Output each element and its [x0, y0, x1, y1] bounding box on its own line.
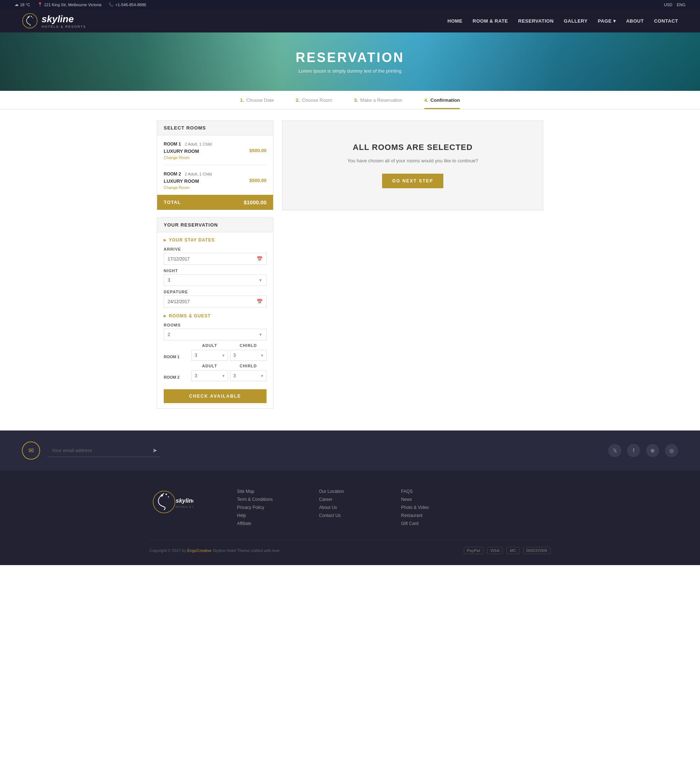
- facebook-icon[interactable]: f: [627, 444, 640, 457]
- language-selector[interactable]: ENG: [677, 3, 686, 7]
- change-room-1-link[interactable]: Change Room: [164, 155, 267, 160]
- arrive-calendar-icon[interactable]: 📅: [257, 256, 262, 261]
- top-bar-left: ☁ 18 °C 📍 121 King Str, Melbourne Victor…: [14, 2, 146, 7]
- room-item-2: ROOM 2 2 Adult, 1 Child LUXURY ROOM $500…: [164, 171, 267, 190]
- total-label: TOTAL: [164, 200, 181, 205]
- footer-link-photo-video[interactable]: Photo & Video: [401, 505, 469, 510]
- svg-text:skyline: skyline: [176, 498, 193, 504]
- step-1-label: Choose Date: [246, 97, 274, 103]
- rooms-select[interactable]: 1 2 3 4: [164, 329, 266, 340]
- room1-child-select-wrap: 0123 ▼: [230, 350, 267, 361]
- footer-link-privacy[interactable]: Privacy Policy: [237, 505, 305, 510]
- footer-link-career[interactable]: Career: [319, 497, 386, 502]
- child-col-header: CHIRLD: [230, 343, 267, 348]
- arrive-label: ARRIVE: [164, 247, 267, 251]
- select-rooms-content: ROOM 1 2 Adult, 1 Child LUXURY ROOM $500…: [157, 135, 273, 195]
- newsletter-left: ✉ ➤: [22, 442, 160, 460]
- change-room-2-link[interactable]: Change Room: [164, 185, 267, 190]
- footer-link-terms[interactable]: Term & Conditions: [237, 497, 305, 502]
- footer: skyline HOTELS & RESORTS Site Map Term &…: [0, 471, 700, 565]
- nav-home[interactable]: HOME: [447, 18, 462, 24]
- depature-calendar-icon[interactable]: 📅: [257, 299, 262, 304]
- svg-point-5: [161, 494, 163, 496]
- check-available-button[interactable]: CHECK AVAILABLE: [164, 389, 267, 403]
- weather-icon: ☁: [14, 2, 19, 7]
- step-choose-room[interactable]: 2. Choose Room: [296, 97, 332, 109]
- nav-room-rate[interactable]: ROOM & RATE: [472, 18, 508, 24]
- nav-gallery[interactable]: GALLERY: [564, 18, 588, 24]
- room-2-id: ROOM 2: [164, 171, 181, 177]
- discover-icon: DISCOVER: [523, 547, 550, 554]
- mastercard-icon: MC: [506, 547, 519, 554]
- room2-child-select[interactable]: 0123: [230, 371, 266, 381]
- top-bar-right: USD ENG: [664, 3, 686, 7]
- footer-logo-col: skyline HOTELS & RESORTS: [150, 489, 222, 529]
- rooms-label: ROOMS: [164, 323, 267, 327]
- adult-col-header: ADULT: [191, 343, 228, 348]
- currency-selector[interactable]: USD: [664, 3, 672, 7]
- rooms-guest-toggle[interactable]: ROOMS & GUEST: [164, 313, 267, 318]
- svg-point-3: [33, 17, 33, 18]
- footer-copyright: Copyright © 2017 by EngoCreative Skyline…: [150, 548, 280, 553]
- select-rooms-header: SELECT ROOMS: [157, 121, 273, 135]
- nav-about[interactable]: ABOUT: [626, 18, 644, 24]
- footer-link-sitemap[interactable]: Site Map: [237, 489, 305, 494]
- footer-link-restaurant[interactable]: Restaurant: [401, 513, 469, 518]
- footer-link-news[interactable]: News: [401, 497, 469, 502]
- left-panel: SELECT ROOMS ROOM 1 2 Adult, 1 Child LUX…: [157, 121, 273, 409]
- footer-link-about-us[interactable]: About Us: [319, 505, 386, 510]
- svg-point-2: [31, 16, 32, 17]
- twitter-icon[interactable]: 𝕏: [608, 444, 621, 457]
- svg-point-1: [28, 16, 29, 18]
- total-bar: TOTAL $1000.00: [157, 195, 273, 210]
- header: skyline HOTELS & RESORTS HOME ROOM & RAT…: [0, 9, 700, 33]
- footer-col-3: FAQS News Photo & Video Restaurant Gift …: [401, 489, 469, 529]
- tripadvisor-icon[interactable]: ⊕: [646, 444, 659, 457]
- svg-point-7: [168, 496, 169, 498]
- stay-dates-toggle[interactable]: YOUR STAY DATES: [164, 238, 267, 243]
- arrive-input[interactable]: [168, 257, 257, 261]
- step-make-reservation[interactable]: 3. Make a Reservation: [354, 97, 402, 109]
- room-1-id: ROOM 1: [164, 141, 181, 147]
- room2-adult-select[interactable]: 1234: [192, 371, 228, 381]
- room1-child-select[interactable]: 0123: [230, 350, 266, 360]
- footer-link-gift-card[interactable]: Gift Card: [401, 521, 469, 526]
- visa-icon: VISA: [487, 547, 503, 554]
- footer-link-help[interactable]: Help: [237, 513, 305, 518]
- footer-grid: skyline HOTELS & RESORTS Site Map Term &…: [150, 489, 550, 529]
- svg-point-6: [166, 493, 167, 495]
- go-next-step-button[interactable]: GO NEXT STEP: [382, 174, 444, 188]
- room1-adult-select[interactable]: 1234: [192, 350, 228, 360]
- room1-label: ROOM 1: [164, 352, 189, 359]
- room-1-guests: 2 Adult, 1 Child: [185, 142, 212, 146]
- step-confirmation[interactable]: 4. Confirmation: [424, 97, 460, 109]
- newsletter-submit-button[interactable]: ➤: [150, 444, 160, 457]
- main-nav: HOME ROOM & RATE RESERVATION GALLERY PAG…: [447, 18, 678, 24]
- nav-page[interactable]: PAGE ▾: [598, 18, 616, 24]
- instagram-icon[interactable]: ◎: [665, 444, 678, 457]
- room-col-empty: [164, 343, 189, 348]
- right-panel: ALL ROOMS ARE SELECTED You have chosen a…: [282, 121, 543, 409]
- adult-col-header-2: ADULT: [191, 364, 228, 368]
- footer-link-contact-us[interactable]: Contact Us: [319, 513, 386, 518]
- room-2-guests: 2 Adult, 1 Child: [185, 172, 212, 176]
- newsletter-email-input[interactable]: [47, 444, 150, 457]
- footer-link-faqs[interactable]: FAQS: [401, 489, 469, 494]
- footer-link-affiliate[interactable]: Affiliate: [237, 521, 305, 526]
- footer-brand-link[interactable]: EngoCreative: [188, 548, 212, 553]
- svg-text:HOTELS & RESORTS: HOTELS & RESORTS: [176, 506, 193, 508]
- nav-reservation[interactable]: RESERVATION: [518, 18, 553, 24]
- depature-input[interactable]: [168, 299, 257, 304]
- step-choose-date[interactable]: 1. Choose Date: [240, 97, 274, 109]
- room-2-name-price: LUXURY ROOM $500.00: [164, 177, 267, 184]
- hero-subtitle: Lorem Ipsum is simply dummy text of the …: [298, 68, 402, 74]
- phone-info: 📞 +1-546-854-8886: [109, 2, 146, 7]
- footer-col-2: Our Location Career About Us Contact Us: [319, 489, 386, 529]
- footer-link-our-location[interactable]: Our Location: [319, 489, 386, 494]
- room1-row: ROOM 1 1234 ▼ 0123 ▼: [164, 350, 267, 361]
- night-label: NIGHT: [164, 268, 267, 273]
- nav-contact[interactable]: CONTACT: [654, 18, 678, 24]
- night-select[interactable]: 1 2 3 4 5: [164, 275, 266, 286]
- all-rooms-selected-box: ALL ROOMS ARE SELECTED You have chosen a…: [282, 121, 543, 210]
- logo[interactable]: skyline HOTELS & RESORTS: [22, 13, 86, 29]
